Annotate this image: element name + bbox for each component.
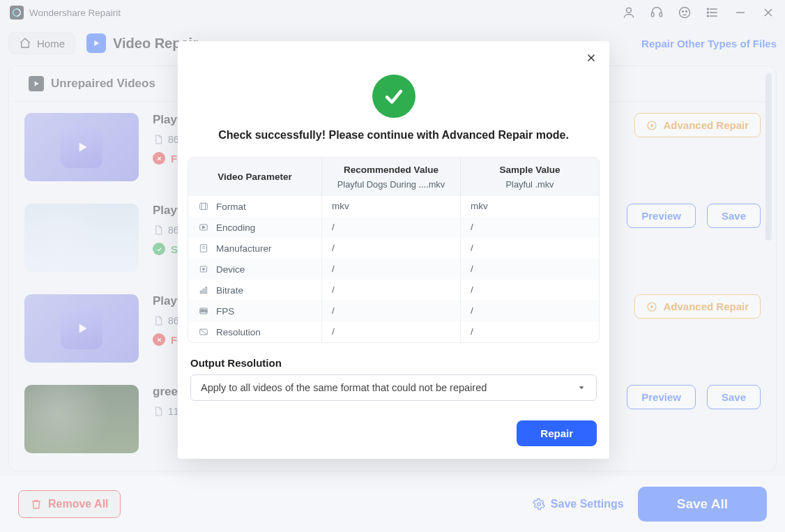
svg-marker-35 <box>203 226 205 229</box>
table-row: Bitrate// <box>188 280 599 301</box>
sample-cell: / <box>461 280 599 301</box>
output-resolution-value: Apply to all videos of the same format t… <box>201 382 487 393</box>
param-name-cell: FPSFPS <box>188 301 322 321</box>
param-name-cell: Resolution <box>188 321 322 342</box>
param-icon: FPS <box>198 305 209 317</box>
recommended-cell: / <box>322 238 461 259</box>
recommended-cell: mkv <box>322 196 461 217</box>
sample-cell: / <box>461 301 599 321</box>
sample-cell: / <box>461 238 599 259</box>
svg-marker-48 <box>579 386 584 389</box>
svg-point-40 <box>203 268 205 271</box>
sample-cell: / <box>461 217 599 238</box>
param-icon <box>198 326 209 337</box>
svg-line-47 <box>200 329 208 335</box>
col-sample: Sample Value Playful .mkv <box>461 158 599 196</box>
repair-button[interactable]: Repair <box>517 420 597 446</box>
svg-rect-43 <box>206 287 207 294</box>
recommended-cell: / <box>322 301 461 321</box>
param-icon <box>198 222 209 233</box>
table-row: Encoding// <box>188 217 599 238</box>
param-name-cell: Manufacturer <box>188 238 322 259</box>
modal-message: Check successfully! Please continue with… <box>178 129 609 157</box>
recommended-cell: / <box>322 217 461 238</box>
sample-cell: mkv <box>461 196 599 217</box>
modal-footer: Repair <box>178 401 609 459</box>
col-recommended-sub: Playful Dogs During ....mkv <box>337 179 445 190</box>
svg-rect-42 <box>203 289 204 294</box>
svg-text:FPS: FPS <box>200 310 206 313</box>
param-name-cell: Device <box>188 259 322 280</box>
param-name-cell: Format <box>188 196 322 217</box>
success-check-icon <box>372 75 416 118</box>
col-video-parameter: Video Parameter <box>188 158 322 196</box>
table-row: Resolution// <box>188 321 599 342</box>
sample-cell: / <box>461 321 599 342</box>
table-row: Formatmkvmkv <box>188 196 599 217</box>
output-resolution-label: Output Resolution <box>190 357 597 369</box>
param-icon <box>198 284 209 296</box>
svg-rect-31 <box>200 203 208 209</box>
col-recommended-label: Recommended Value <box>344 165 439 175</box>
param-icon <box>198 264 209 275</box>
parameter-table: Video Parameter Recommended Value Playfu… <box>188 157 600 343</box>
recommended-cell: / <box>322 280 461 301</box>
param-name-cell: Encoding <box>188 217 322 238</box>
chevron-down-icon <box>577 383 586 393</box>
col-recommended: Recommended Value Playful Dogs During ..… <box>322 158 461 196</box>
output-resolution-select[interactable]: Apply to all videos of the same format t… <box>190 374 597 401</box>
col-sample-label: Sample Value <box>499 165 560 175</box>
param-name-cell: Bitrate <box>188 280 322 301</box>
recommended-cell: / <box>322 259 461 280</box>
sample-cell: / <box>461 259 599 280</box>
param-icon <box>198 243 209 254</box>
table-header: Video Parameter Recommended Value Playfu… <box>188 158 599 196</box>
svg-rect-41 <box>200 291 201 293</box>
param-icon <box>198 201 209 212</box>
recommended-cell: / <box>322 321 461 342</box>
col-sample-sub: Playful .mkv <box>506 179 554 190</box>
table-row: FPSFPS// <box>188 301 599 321</box>
table-row: Manufacturer// <box>188 238 599 259</box>
table-row: Device// <box>188 259 599 280</box>
advanced-repair-modal: Check successfully! Please continue with… <box>178 41 609 459</box>
modal-close-button[interactable] <box>583 50 600 66</box>
